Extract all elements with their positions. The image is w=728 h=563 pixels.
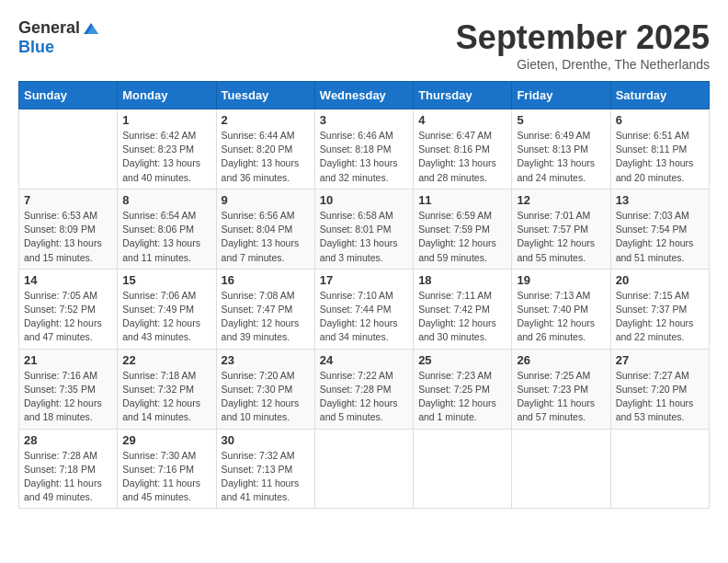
day-info: Sunrise: 7:32 AM Sunset: 7:13 PM Dayligh… [222,449,310,505]
calendar-cell: 20Sunrise: 7:15 AM Sunset: 7:37 PM Dayli… [610,269,709,349]
calendar-cell: 5Sunrise: 6:49 AM Sunset: 8:13 PM Daylig… [512,109,610,190]
calendar-week-row: 14Sunrise: 7:05 AM Sunset: 7:52 PM Dayli… [19,269,710,349]
day-info: Sunrise: 7:13 AM Sunset: 7:40 PM Dayligh… [517,289,605,345]
calendar-day-header: Wednesday [314,82,413,109]
calendar-cell: 8Sunrise: 6:54 AM Sunset: 8:06 PM Daylig… [118,189,216,269]
location: Gieten, Drenthe, The Netherlands [456,57,710,72]
day-info: Sunrise: 7:25 AM Sunset: 7:23 PM Dayligh… [517,369,605,425]
calendar-cell: 19Sunrise: 7:13 AM Sunset: 7:40 PM Dayli… [512,269,610,349]
calendar-cell [414,429,512,509]
day-info: Sunrise: 7:15 AM Sunset: 7:37 PM Dayligh… [616,289,704,345]
day-info: Sunrise: 6:42 AM Sunset: 8:23 PM Dayligh… [122,129,210,185]
day-number: 6 [616,113,704,127]
calendar-cell: 17Sunrise: 7:10 AM Sunset: 7:44 PM Dayli… [314,269,413,349]
day-info: Sunrise: 7:11 AM Sunset: 7:42 PM Dayligh… [418,289,506,345]
calendar-week-row: 28Sunrise: 7:28 AM Sunset: 7:18 PM Dayli… [19,429,710,509]
calendar-header-row: SundayMondayTuesdayWednesdayThursdayFrid… [19,82,710,109]
day-number: 29 [122,433,210,447]
calendar-day-header: Monday [118,82,216,109]
calendar-cell: 12Sunrise: 7:01 AM Sunset: 7:57 PM Dayli… [512,189,610,269]
calendar-cell: 14Sunrise: 7:05 AM Sunset: 7:52 PM Dayli… [19,269,118,349]
day-number: 4 [418,113,506,127]
day-info: Sunrise: 6:54 AM Sunset: 8:06 PM Dayligh… [122,209,210,265]
day-number: 27 [616,353,704,367]
day-number: 9 [222,193,310,207]
calendar-cell: 28Sunrise: 7:28 AM Sunset: 7:18 PM Dayli… [19,429,118,509]
day-info: Sunrise: 6:56 AM Sunset: 8:04 PM Dayligh… [222,209,310,265]
calendar-cell: 3Sunrise: 6:46 AM Sunset: 8:18 PM Daylig… [314,109,413,190]
day-number: 3 [320,113,408,127]
calendar-cell: 4Sunrise: 6:47 AM Sunset: 8:16 PM Daylig… [414,109,512,190]
calendar-cell [512,429,610,509]
day-info: Sunrise: 7:16 AM Sunset: 7:35 PM Dayligh… [24,369,112,425]
day-info: Sunrise: 6:49 AM Sunset: 8:13 PM Dayligh… [517,129,605,185]
day-number: 25 [418,353,506,367]
day-info: Sunrise: 7:05 AM Sunset: 7:52 PM Dayligh… [24,289,112,345]
title-block: September 2025 Gieten, Drenthe, The Neth… [456,18,710,72]
day-number: 28 [24,433,112,447]
calendar-cell: 18Sunrise: 7:11 AM Sunset: 7:42 PM Dayli… [414,269,512,349]
day-info: Sunrise: 7:08 AM Sunset: 7:47 PM Dayligh… [222,289,310,345]
calendar-cell: 27Sunrise: 7:27 AM Sunset: 7:20 PM Dayli… [610,349,709,429]
day-info: Sunrise: 6:46 AM Sunset: 8:18 PM Dayligh… [320,129,408,185]
page-header: General Blue September 2025 Gieten, Dren… [18,18,710,72]
day-info: Sunrise: 6:58 AM Sunset: 8:01 PM Dayligh… [320,209,408,265]
day-number: 10 [320,193,408,207]
day-number: 17 [320,273,408,287]
calendar-week-row: 7Sunrise: 6:53 AM Sunset: 8:09 PM Daylig… [19,189,710,269]
day-number: 7 [24,193,112,207]
calendar-cell: 6Sunrise: 6:51 AM Sunset: 8:11 PM Daylig… [610,109,709,190]
calendar-cell: 1Sunrise: 6:42 AM Sunset: 8:23 PM Daylig… [118,109,216,190]
calendar-cell: 9Sunrise: 6:56 AM Sunset: 8:04 PM Daylig… [216,189,314,269]
day-number: 8 [122,193,210,207]
calendar-table: SundayMondayTuesdayWednesdayThursdayFrid… [18,81,710,509]
day-info: Sunrise: 7:27 AM Sunset: 7:20 PM Dayligh… [616,369,704,425]
calendar-cell: 11Sunrise: 6:59 AM Sunset: 7:59 PM Dayli… [414,189,512,269]
day-info: Sunrise: 7:18 AM Sunset: 7:32 PM Dayligh… [122,369,210,425]
day-number: 22 [122,353,210,367]
day-info: Sunrise: 6:47 AM Sunset: 8:16 PM Dayligh… [418,129,506,185]
calendar-cell: 2Sunrise: 6:44 AM Sunset: 8:20 PM Daylig… [216,109,314,190]
calendar-day-header: Friday [512,82,610,109]
day-info: Sunrise: 7:06 AM Sunset: 7:49 PM Dayligh… [122,289,210,345]
day-number: 19 [517,273,605,287]
day-info: Sunrise: 7:28 AM Sunset: 7:18 PM Dayligh… [24,449,112,505]
day-info: Sunrise: 7:03 AM Sunset: 7:54 PM Dayligh… [616,209,704,265]
day-info: Sunrise: 7:20 AM Sunset: 7:30 PM Dayligh… [222,369,310,425]
calendar-week-row: 21Sunrise: 7:16 AM Sunset: 7:35 PM Dayli… [19,349,710,429]
day-number: 12 [517,193,605,207]
calendar-cell: 25Sunrise: 7:23 AM Sunset: 7:25 PM Dayli… [414,349,512,429]
logo: General Blue [18,18,100,57]
day-number: 2 [222,113,310,127]
day-number: 26 [517,353,605,367]
logo-icon [82,19,100,38]
calendar-cell: 15Sunrise: 7:06 AM Sunset: 7:49 PM Dayli… [118,269,216,349]
day-info: Sunrise: 7:23 AM Sunset: 7:25 PM Dayligh… [418,369,506,425]
day-number: 11 [418,193,506,207]
calendar-day-header: Thursday [414,82,512,109]
calendar-cell: 21Sunrise: 7:16 AM Sunset: 7:35 PM Dayli… [19,349,118,429]
calendar-day-header: Sunday [19,82,118,109]
day-info: Sunrise: 6:44 AM Sunset: 8:20 PM Dayligh… [222,129,310,185]
calendar-week-row: 1Sunrise: 6:42 AM Sunset: 8:23 PM Daylig… [19,109,710,190]
calendar-cell: 26Sunrise: 7:25 AM Sunset: 7:23 PM Dayli… [512,349,610,429]
day-number: 23 [222,353,310,367]
day-number: 14 [24,273,112,287]
logo-blue: Blue [18,38,54,56]
calendar-cell [610,429,709,509]
day-info: Sunrise: 6:51 AM Sunset: 8:11 PM Dayligh… [616,129,704,185]
calendar-day-header: Saturday [610,82,709,109]
calendar-day-header: Tuesday [216,82,314,109]
calendar-cell [19,109,118,190]
day-info: Sunrise: 7:10 AM Sunset: 7:44 PM Dayligh… [320,289,408,345]
calendar-cell: 24Sunrise: 7:22 AM Sunset: 7:28 PM Dayli… [314,349,413,429]
day-info: Sunrise: 6:59 AM Sunset: 7:59 PM Dayligh… [418,209,506,265]
logo-general: General [18,18,80,38]
day-number: 15 [122,273,210,287]
day-info: Sunrise: 6:53 AM Sunset: 8:09 PM Dayligh… [24,209,112,265]
day-info: Sunrise: 7:01 AM Sunset: 7:57 PM Dayligh… [517,209,605,265]
calendar-cell: 23Sunrise: 7:20 AM Sunset: 7:30 PM Dayli… [216,349,314,429]
day-number: 16 [222,273,310,287]
calendar-cell: 16Sunrise: 7:08 AM Sunset: 7:47 PM Dayli… [216,269,314,349]
calendar-cell: 7Sunrise: 6:53 AM Sunset: 8:09 PM Daylig… [19,189,118,269]
